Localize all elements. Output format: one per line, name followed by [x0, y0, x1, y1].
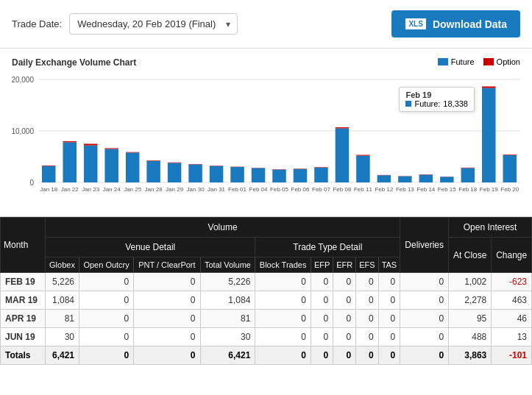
svg-rect-54: [377, 175, 391, 182]
svg-rect-7: [42, 166, 56, 166]
svg-rect-10: [63, 141, 77, 142]
table-cell: FEB 19: [1, 273, 46, 291]
download-button-label: Download Data: [433, 18, 507, 30]
table-row: MAR 191,084001,0840000002,278463: [1, 291, 532, 310]
svg-text:Feb 08: Feb 08: [333, 186, 351, 193]
svg-rect-42: [294, 169, 308, 182]
totals-total-volume: 6,421: [200, 346, 255, 365]
table-cell: 0: [400, 291, 449, 310]
svg-text:Feb 18: Feb 18: [458, 186, 477, 193]
table-cell: 0: [333, 328, 356, 346]
trade-date-select-wrapper[interactable]: Wednesday, 20 Feb 2019 (Final): [69, 13, 238, 35]
table-cell: 488: [449, 328, 492, 346]
table-cell: JUN 19: [1, 328, 46, 346]
svg-rect-49: [336, 127, 350, 128]
tooltip-date: Feb 19: [405, 90, 468, 99]
svg-text:Feb 05: Feb 05: [270, 186, 288, 193]
table-cell: 2,278: [449, 291, 492, 310]
trade-date-select[interactable]: Wednesday, 20 Feb 2019 (Final): [69, 13, 238, 35]
table-cell: MAR 19: [1, 291, 46, 310]
table-cell: 5,226: [45, 273, 79, 291]
table-row: FEB 195,226005,2260000001,002-623: [1, 273, 532, 291]
svg-rect-39: [272, 170, 286, 183]
svg-rect-25: [168, 163, 182, 163]
globex-header: Globex: [45, 257, 79, 273]
svg-rect-19: [126, 152, 140, 153]
table-cell: 0: [356, 291, 378, 310]
svg-text:Jan 29: Jan 29: [166, 186, 184, 193]
at-close-header: At Close: [449, 238, 492, 273]
totals-change: -101: [492, 346, 532, 365]
svg-rect-66: [461, 168, 475, 182]
svg-rect-6: [42, 166, 56, 182]
svg-text:Jan 24: Jan 24: [103, 186, 121, 193]
chart-container: Daily Exchange Volume Chart Future Optio…: [0, 49, 532, 217]
table-cell: 0: [134, 328, 200, 346]
legend-option-label: Option: [497, 57, 520, 66]
totals-label: Totals: [1, 346, 46, 365]
table-footer: Totals 6,421 0 0 6,421 0 0 0 0 0 0 3,863…: [1, 346, 532, 365]
venue-detail-header: Venue Detail: [45, 238, 255, 257]
svg-rect-27: [188, 165, 202, 183]
table-cell: 0: [134, 310, 200, 328]
svg-text:10,000: 10,000: [12, 127, 34, 135]
table-cell: 30: [45, 328, 79, 346]
svg-text:Jan 25: Jan 25: [124, 186, 142, 193]
svg-text:Jan 30: Jan 30: [187, 186, 205, 193]
table-cell: 0: [79, 291, 134, 310]
svg-rect-67: [461, 168, 475, 168]
svg-rect-22: [146, 160, 160, 161]
svg-text:Jan 18: Jan 18: [40, 186, 58, 193]
svg-text:Feb 15: Feb 15: [438, 186, 456, 193]
svg-rect-57: [398, 177, 412, 182]
efs-header: EFS: [356, 257, 378, 273]
table-cell: 5,226: [200, 273, 255, 291]
svg-text:20,000: 20,000: [12, 76, 34, 84]
table-cell: 0: [311, 310, 333, 328]
svg-text:Jan 31: Jan 31: [208, 186, 226, 193]
table-cell: 0: [333, 273, 356, 291]
table-cell: 95: [449, 310, 492, 328]
table-cell: 0: [378, 328, 400, 346]
open-outcry-header: Open Outcry: [79, 257, 134, 273]
svg-rect-70: [482, 87, 496, 88]
open-interest-header: Open Interest: [449, 218, 532, 238]
svg-text:Jan 28: Jan 28: [145, 186, 163, 193]
table-cell: 81: [200, 310, 255, 328]
table-cell: 0: [400, 328, 449, 346]
table-cell: 0: [79, 273, 134, 291]
table-cell: 0: [378, 273, 400, 291]
download-button[interactable]: XLS Download Data: [391, 10, 520, 38]
totals-efp: 0: [311, 346, 333, 365]
svg-rect-46: [314, 167, 328, 168]
legend-option: Option: [483, 57, 520, 66]
totals-block-trades: 0: [255, 346, 311, 365]
table-cell: 0: [356, 273, 378, 291]
svg-rect-16: [104, 148, 118, 149]
totals-pnt-clearport: 0: [134, 346, 200, 365]
svg-text:Feb 11: Feb 11: [354, 186, 372, 193]
svg-rect-18: [126, 152, 140, 182]
svg-rect-33: [230, 167, 244, 182]
totals-tas: 0: [378, 346, 400, 365]
month-header: Month: [1, 218, 46, 273]
table-cell: 0: [79, 328, 134, 346]
table-cell: 0: [356, 310, 378, 328]
svg-rect-13: [84, 144, 98, 146]
total-volume-header: Total Volume: [200, 257, 255, 273]
svg-rect-60: [419, 175, 433, 183]
svg-text:Jan 23: Jan 23: [82, 186, 100, 193]
table-cell: 0: [134, 273, 200, 291]
legend-future-color: [438, 58, 448, 65]
tooltip-number: 18,338: [443, 99, 468, 108]
totals-open-outcry: 0: [79, 346, 134, 365]
table-cell: 0: [333, 291, 356, 310]
table-cell: 0: [356, 328, 378, 346]
tooltip-label: Future:: [414, 99, 440, 108]
pnt-clearport-header: PNT / ClearPort: [134, 257, 200, 273]
chart-svg-wrapper: 20,000 10,000 0 Jan 18Jan 22Jan 23Jan 24…: [12, 72, 520, 210]
totals-deliveries: 0: [400, 346, 449, 365]
svg-rect-36: [252, 168, 266, 182]
table-body: FEB 195,226005,2260000001,002-623MAR 191…: [1, 273, 532, 346]
efp-header: EFP: [311, 257, 333, 273]
